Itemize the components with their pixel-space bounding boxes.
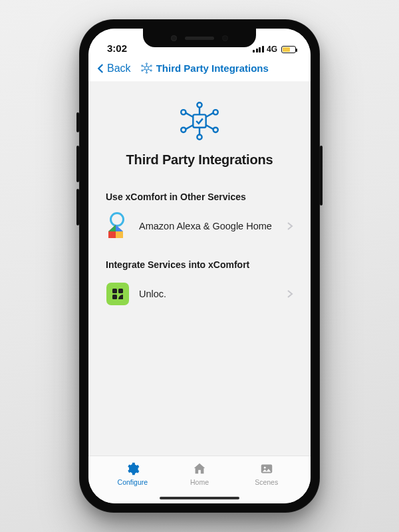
row-unloc[interactable]: Unloc. xyxy=(103,278,296,315)
tab-configure[interactable]: Configure xyxy=(109,462,156,486)
home-icon xyxy=(192,462,207,476)
chevron-right-icon xyxy=(287,221,293,231)
integrations-icon xyxy=(141,63,152,74)
svg-point-3 xyxy=(141,65,142,66)
svg-rect-26 xyxy=(112,289,117,293)
svg-point-6 xyxy=(150,70,152,71)
svg-point-17 xyxy=(213,110,218,114)
row-label: Unloc. xyxy=(139,288,277,301)
svg-rect-13 xyxy=(193,114,205,127)
svg-rect-28 xyxy=(112,295,117,299)
svg-point-2 xyxy=(146,72,147,73)
svg-point-16 xyxy=(181,110,186,114)
integrations-hero-icon xyxy=(180,102,219,143)
tab-scenes[interactable]: Scenes xyxy=(243,462,290,486)
svg-line-25 xyxy=(206,125,213,129)
content-area: Third Party Integrations Use xComfort in… xyxy=(88,82,311,456)
svg-point-19 xyxy=(213,128,218,132)
svg-point-30 xyxy=(263,467,265,469)
svg-rect-27 xyxy=(118,289,123,293)
unloc-icon xyxy=(106,282,130,306)
svg-line-12 xyxy=(148,69,150,70)
svg-line-10 xyxy=(148,66,150,67)
svg-point-14 xyxy=(197,102,201,107)
gear-icon xyxy=(125,462,140,476)
svg-point-18 xyxy=(181,128,186,132)
svg-point-4 xyxy=(150,65,152,66)
scenes-icon xyxy=(259,462,274,476)
row-alexa-google[interactable]: Amazon Alexa & Google Home xyxy=(103,210,296,247)
carrier-label: 4G xyxy=(267,45,277,54)
svg-point-15 xyxy=(197,135,201,140)
svg-line-11 xyxy=(143,69,145,70)
tab-label: Configure xyxy=(118,478,148,486)
svg-line-9 xyxy=(143,66,145,67)
row-label: Amazon Alexa & Google Home xyxy=(139,220,277,233)
svg-point-1 xyxy=(146,63,147,65)
nav-bar: Back Third Party Integrations xyxy=(88,55,311,82)
alexa-google-icon xyxy=(106,214,130,238)
section-header-integrate-services: Integrate Services into xComfort xyxy=(106,259,296,270)
home-indicator[interactable] xyxy=(160,497,239,499)
section-header-other-services: Use xComfort in Other Services xyxy=(106,192,296,202)
nav-title: Third Party Integrations xyxy=(106,63,304,74)
tab-home[interactable]: Home xyxy=(176,462,223,486)
chevron-right-icon xyxy=(287,289,293,299)
status-time: 3:02 xyxy=(107,43,127,54)
page-title: Third Party Integrations xyxy=(102,152,297,168)
svg-point-5 xyxy=(141,70,142,71)
svg-line-23 xyxy=(206,113,213,117)
svg-line-22 xyxy=(186,113,193,117)
svg-line-24 xyxy=(186,125,193,129)
status-indicators: 4G xyxy=(253,45,296,54)
signal-icon xyxy=(253,46,264,53)
battery-icon xyxy=(281,46,296,53)
tab-label: Home xyxy=(190,478,209,486)
tab-label: Scenes xyxy=(255,478,278,486)
svg-rect-0 xyxy=(145,66,148,70)
